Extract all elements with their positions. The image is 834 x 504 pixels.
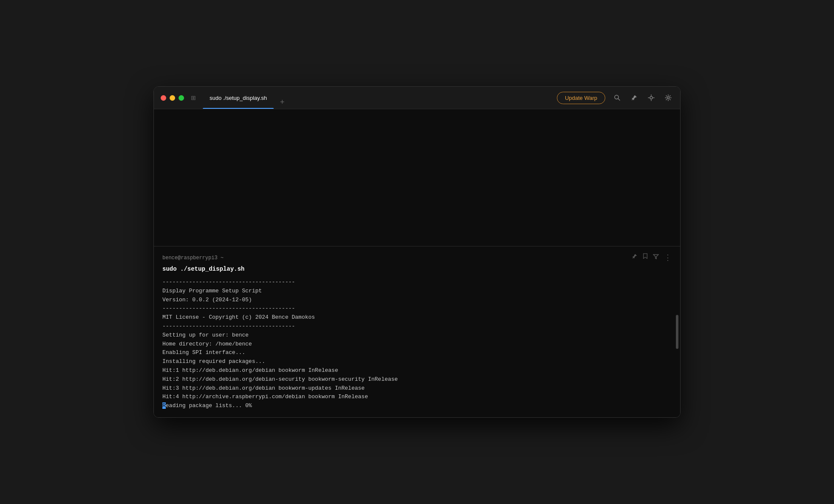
block-pin-icon[interactable] [632, 253, 638, 262]
update-warp-button[interactable]: Update Warp [557, 92, 605, 104]
theme-icon[interactable] [646, 93, 656, 103]
block-bookmark-icon[interactable] [643, 253, 648, 262]
prompt-actions: ⋮ [632, 253, 672, 262]
output-line: Home directory: /home/bence [162, 340, 672, 349]
output-line-last: Reading package lists... 0% [162, 402, 672, 411]
output-line: ---------------------------------------- [162, 278, 672, 287]
prompt-line: bence@raspberrypi3 ~ [162, 253, 672, 262]
output-line: Hit:1 http://deb.debian.org/debian bookw… [162, 366, 672, 375]
output-line: MIT License - Copyright (c) 2024 Bence D… [162, 313, 672, 322]
block-filter-icon[interactable] [653, 253, 659, 262]
output-line: Hit:3 http://deb.debian.org/debian bookw… [162, 384, 672, 393]
settings-icon[interactable] [663, 93, 673, 103]
output-line: Installing required packages... [162, 357, 672, 366]
output-line: Setting up for user: bence [162, 331, 672, 340]
svg-point-2 [650, 96, 652, 99]
tab-label: sudo ./setup_display.sh [210, 95, 267, 101]
maximize-button[interactable] [179, 95, 184, 101]
traffic-lights [161, 95, 184, 101]
output-line: Hit:4 http://archive.raspberrypi.com/deb… [162, 393, 672, 402]
scrollbar[interactable] [676, 315, 678, 349]
pin-icon[interactable] [629, 93, 639, 103]
add-tab-icon: + [280, 98, 285, 107]
svg-point-7 [667, 97, 669, 99]
output-line: ---------------------------------------- [162, 304, 672, 313]
output-block: ----------------------------------------… [162, 278, 672, 411]
output-line: Enabling SPI interface... [162, 348, 672, 357]
terminal-upper-area [154, 109, 680, 246]
block-more-icon[interactable]: ⋮ [664, 254, 672, 262]
output-line: Version: 0.0.2 (2024-12-05) [162, 296, 672, 305]
close-button[interactable] [161, 95, 166, 101]
active-tab[interactable]: sudo ./setup_display.sh [203, 87, 274, 109]
terminal-lower-area[interactable]: bence@raspberrypi3 ~ [154, 246, 680, 417]
output-line: Hit:2 http://deb.debian.org/debian-secur… [162, 375, 672, 384]
minimize-button[interactable] [170, 95, 175, 101]
tab-grid-icon: ⊞ [189, 93, 198, 102]
add-tab-button[interactable]: + [275, 95, 289, 109]
tabs-area: sudo ./setup_display.sh + [203, 87, 557, 109]
titlebar-actions: Update Warp [557, 92, 673, 104]
command-line: sudo ./setup_display.sh [162, 265, 672, 274]
terminal-window: ⊞ sudo ./setup_display.sh + Update Warp [153, 86, 681, 418]
output-line: ---------------------------------------- [162, 322, 672, 331]
output-line: Display Programme Setup Script [162, 287, 672, 296]
svg-line-1 [618, 99, 620, 100]
terminal-content: bence@raspberrypi3 ~ [154, 109, 680, 417]
titlebar: ⊞ sudo ./setup_display.sh + Update Warp [154, 87, 680, 109]
search-icon[interactable] [612, 93, 622, 103]
prompt-text: bence@raspberrypi3 ~ [162, 254, 224, 262]
cursor: R [162, 402, 166, 409]
